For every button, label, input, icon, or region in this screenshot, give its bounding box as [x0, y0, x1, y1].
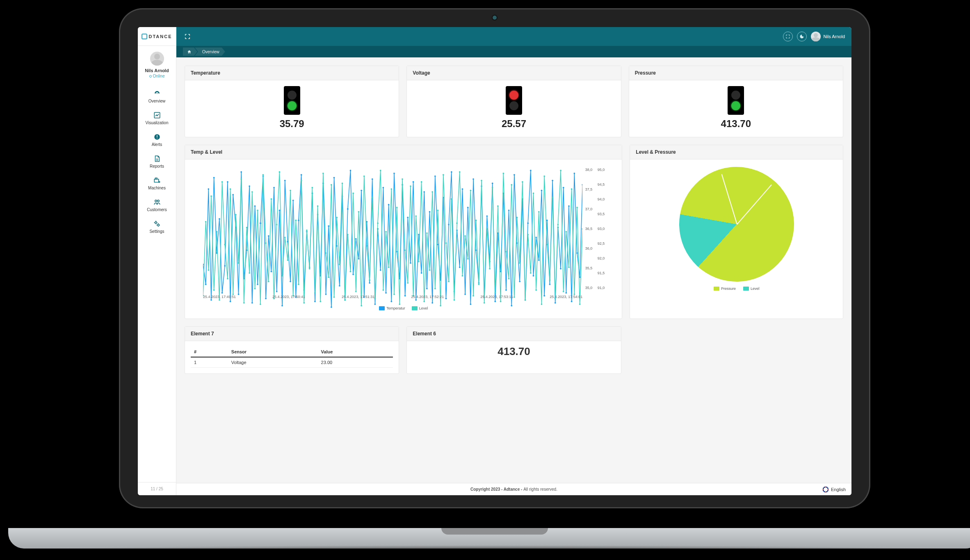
svg-point-91 — [418, 234, 420, 235]
svg-point-219 — [385, 231, 387, 232]
light-green-on — [288, 101, 297, 110]
svg-point-228 — [410, 185, 411, 187]
table-row[interactable]: 1Voltage23.00 — [191, 357, 393, 368]
sidebar-user[interactable]: Nils Arnold Online — [138, 46, 176, 82]
card-level-pressure-chart: Level & Pressure PressureLevel — [630, 145, 843, 319]
svg-point-22 — [230, 300, 231, 302]
svg-point-242 — [448, 281, 450, 282]
svg-point-197 — [325, 252, 327, 254]
svg-point-126 — [514, 174, 515, 175]
topbar-user[interactable]: Nils Arnold — [811, 32, 845, 41]
svg-point-240 — [443, 174, 444, 175]
svg-point-124 — [508, 209, 510, 211]
svg-point-67 — [352, 273, 354, 275]
topbar-action-theme-button[interactable] — [797, 32, 807, 41]
element-6-value: 413.70 — [407, 341, 621, 360]
language-switch[interactable]: English — [822, 486, 846, 493]
sidebar-item-machines[interactable]: Machines — [138, 173, 176, 194]
svg-point-257 — [489, 268, 491, 270]
svg-point-269 — [522, 181, 523, 183]
line-chart[interactable]: 38,037,537,036,536,035,535,0 95,094,594,… — [191, 165, 616, 313]
sidebar-page-counter: 11 / 25 — [138, 482, 176, 495]
laptop-shadow — [8, 545, 970, 555]
svg-point-258 — [492, 187, 493, 189]
y-axis-left: 38,037,537,036,536,035,535,0 — [582, 168, 592, 290]
svg-point-175 — [265, 242, 267, 244]
svg-point-68 — [355, 238, 357, 240]
svg-point-196 — [322, 173, 324, 174]
svg-point-289 — [576, 207, 578, 208]
svg-point-77 — [380, 269, 381, 271]
card-title: Voltage — [407, 66, 621, 80]
svg-point-116 — [486, 215, 488, 217]
sidebar-user-name: Nils Arnold — [139, 68, 174, 73]
svg-point-118 — [492, 182, 493, 184]
svg-point-12 — [203, 264, 204, 265]
svg-point-112 — [475, 249, 477, 251]
traffic-light-icon — [728, 86, 744, 115]
svg-point-8 — [155, 200, 157, 202]
card-pressure: Pressure 413.70 — [629, 66, 843, 137]
svg-point-286 — [568, 266, 570, 268]
svg-point-42 — [284, 180, 286, 181]
sidebar-item-customers[interactable]: Customers — [138, 194, 176, 216]
svg-point-36 — [268, 235, 269, 237]
svg-point-74 — [372, 178, 373, 180]
gauge-row: Temperature 35.79 Voltage — [185, 66, 843, 137]
card-title: Element 7 — [185, 327, 399, 341]
svg-point-246 — [459, 171, 461, 173]
svg-point-287 — [571, 188, 573, 190]
svg-point-171 — [254, 288, 256, 289]
sidebar-item-reports[interactable]: Reports — [138, 151, 176, 173]
svg-point-179 — [276, 224, 278, 225]
svg-point-183 — [287, 260, 289, 261]
svg-point-290 — [579, 303, 581, 305]
svg-point-221 — [390, 188, 392, 190]
table-header: # — [191, 347, 228, 357]
svg-point-280 — [552, 197, 553, 198]
svg-point-207 — [352, 193, 354, 194]
svg-point-155 — [210, 196, 212, 197]
element-7-table: #SensorValue 1Voltage23.00 — [191, 347, 393, 368]
pie-chart[interactable] — [670, 158, 803, 291]
table-header: Value — [318, 347, 393, 357]
svg-point-72 — [366, 221, 368, 223]
svg-point-128 — [519, 281, 520, 282]
svg-point-245 — [456, 222, 458, 224]
svg-rect-5 — [154, 179, 159, 182]
svg-point-153 — [205, 221, 207, 223]
topbar-action-expand-button[interactable] — [783, 32, 793, 41]
sidebar-item-overview[interactable]: Overview — [138, 86, 176, 107]
svg-point-148 — [574, 173, 575, 174]
svg-rect-4 — [157, 138, 157, 139]
svg-point-11 — [157, 224, 159, 226]
svg-point-82 — [393, 173, 395, 174]
svg-point-138 — [546, 220, 548, 221]
svg-point-26 — [240, 171, 242, 173]
fullscreen-toggle-button[interactable] — [183, 32, 192, 41]
svg-point-131 — [527, 222, 529, 224]
sidebar-item-settings[interactable]: Settings — [138, 216, 176, 238]
sidebar-item-visualization[interactable]: Visualization — [138, 107, 176, 129]
breadcrumb-home[interactable] — [183, 48, 197, 56]
card-voltage: Voltage 25.57 — [406, 66, 621, 137]
table-header: Sensor — [228, 347, 318, 357]
svg-point-132 — [530, 170, 532, 171]
svg-point-147 — [571, 300, 573, 302]
breadcrumb-overview[interactable]: Overview — [195, 48, 225, 56]
sidebar-item-alerts[interactable]: Alerts — [138, 129, 176, 151]
svg-point-218 — [383, 289, 384, 291]
avatar-icon — [811, 32, 821, 41]
brand-logo[interactable]: DTANCE — [138, 27, 176, 46]
svg-point-119 — [494, 300, 496, 302]
svg-point-15 — [210, 299, 212, 301]
svg-point-165 — [238, 262, 240, 264]
sidebar-user-status: Online — [139, 74, 174, 78]
svg-point-136 — [541, 190, 543, 191]
svg-point-224 — [399, 303, 400, 305]
svg-point-236 — [431, 191, 433, 193]
svg-point-232 — [421, 181, 422, 183]
svg-point-66 — [350, 170, 351, 171]
svg-point-90 — [415, 299, 417, 301]
svg-point-88 — [410, 262, 411, 264]
